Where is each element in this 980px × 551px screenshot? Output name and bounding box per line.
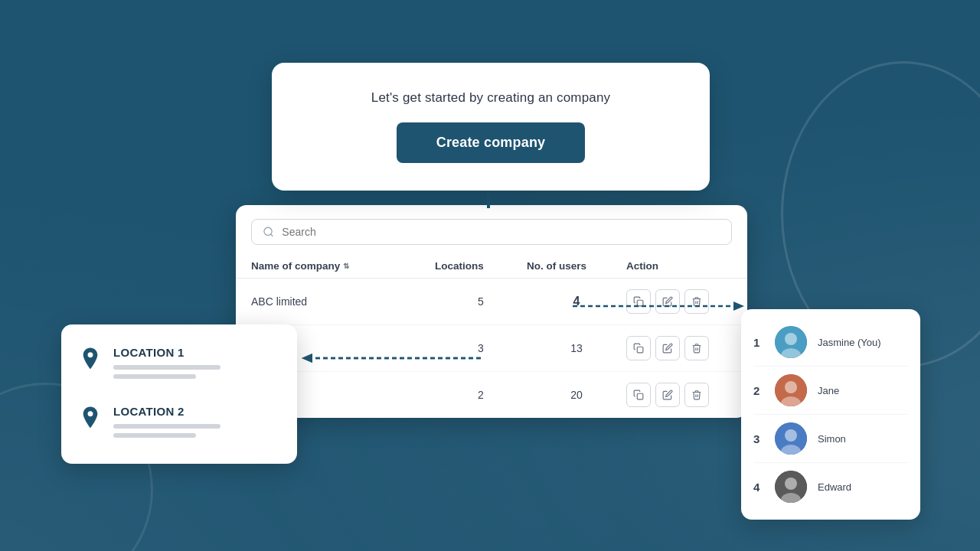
location-bar-short-2 — [113, 433, 196, 438]
top-card-subtitle: Let's get started by creating an company — [371, 90, 610, 106]
location-item-2: LOCATION 2 — [80, 405, 279, 442]
users-card: 1 Jasmine (You) 2 Jane 3 — [741, 309, 920, 520]
svg-point-15 — [785, 381, 797, 393]
table-row: 2 20 — [236, 372, 747, 418]
svg-marker-6 — [733, 302, 744, 311]
dashed-arrow-right — [573, 297, 749, 315]
user-name-2: Jane — [818, 385, 839, 396]
edit-icon — [662, 343, 673, 354]
edit-button-3[interactable] — [655, 383, 680, 407]
col-header-action: Action — [626, 260, 732, 272]
scene: Let's get started by creating an company… — [0, 0, 980, 551]
user-name-4: Edward — [818, 481, 851, 493]
edit-icon — [662, 390, 673, 400]
search-wrapper — [251, 219, 732, 245]
location-info-2: LOCATION 2 — [113, 405, 279, 442]
cell-actions-3 — [626, 383, 732, 407]
svg-marker-10 — [302, 354, 312, 363]
avatar-3 — [775, 422, 807, 455]
dashed-arrow-left-visual — [297, 349, 481, 367]
avatar-image-2 — [775, 374, 807, 406]
user-number-3: 3 — [753, 432, 764, 445]
cell-locations-1: 5 — [435, 295, 527, 308]
cell-users-2: 13 — [527, 342, 626, 354]
avatar-image-4 — [775, 471, 807, 503]
svg-line-1 — [271, 234, 273, 236]
table-header: Name of company ⇅ Locations No. of users… — [236, 254, 747, 279]
col-header-company: Name of company ⇅ — [251, 260, 435, 272]
cell-company-1: ABC limited — [251, 295, 435, 308]
user-name-1: Jasmine (You) — [818, 337, 881, 348]
location-name-1: LOCATION 1 — [113, 346, 279, 359]
delete-icon — [691, 343, 702, 354]
location-pin-2 — [80, 406, 101, 439]
copy-button-3[interactable] — [626, 383, 651, 407]
table-search-area — [236, 205, 747, 254]
svg-point-18 — [785, 429, 797, 442]
copy-button-2[interactable] — [626, 336, 651, 360]
user-row-2: 2 Jane — [753, 367, 908, 415]
user-number-1: 1 — [753, 336, 764, 349]
delete-icon — [691, 390, 702, 400]
svg-rect-4 — [637, 393, 643, 399]
avatar-4 — [775, 471, 807, 503]
pin-icon-2 — [80, 406, 101, 434]
location-info-1: LOCATION 1 — [113, 346, 279, 383]
svg-point-21 — [785, 478, 797, 490]
cell-users-3: 20 — [527, 389, 626, 401]
svg-rect-3 — [637, 347, 643, 353]
delete-button-3[interactable] — [684, 383, 709, 407]
avatar-image-1 — [775, 326, 807, 358]
avatar-image-3 — [775, 422, 807, 455]
location-card: LOCATION 1 LOCATION 2 — [61, 324, 297, 464]
user-row-1: 1 Jasmine (You) — [753, 318, 908, 367]
avatar-2 — [775, 374, 807, 406]
svg-point-12 — [785, 333, 797, 345]
avatar-1 — [775, 326, 807, 358]
user-row-4: 4 Edward — [753, 463, 908, 510]
location-item-1: LOCATION 1 — [80, 346, 279, 383]
top-card: Let's get started by creating an company… — [272, 63, 710, 191]
copy-icon — [633, 343, 644, 354]
pin-icon-1 — [80, 347, 101, 375]
user-name-3: Simon — [818, 433, 846, 445]
user-number-2: 2 — [753, 384, 764, 397]
location-pin-1 — [80, 347, 101, 380]
col-header-locations: Locations — [435, 260, 527, 272]
location-bar-long-1 — [113, 365, 220, 370]
cell-actions-2 — [626, 336, 732, 360]
edit-button-2[interactable] — [655, 336, 680, 360]
search-icon — [263, 226, 274, 238]
search-input[interactable] — [282, 226, 720, 238]
location-name-2: LOCATION 2 — [113, 405, 279, 418]
location-bar-short-1 — [113, 374, 196, 379]
create-company-button[interactable]: Create company — [397, 122, 586, 163]
copy-icon — [633, 390, 644, 400]
cell-locations-3: 2 — [435, 389, 527, 401]
location-bar-long-2 — [113, 424, 220, 429]
user-number-4: 4 — [753, 481, 764, 494]
sort-icon: ⇅ — [343, 262, 349, 270]
delete-button-2[interactable] — [684, 336, 709, 360]
svg-point-0 — [264, 227, 272, 235]
col-header-users: No. of users — [527, 260, 626, 272]
user-row-3: 3 Simon — [753, 415, 908, 463]
